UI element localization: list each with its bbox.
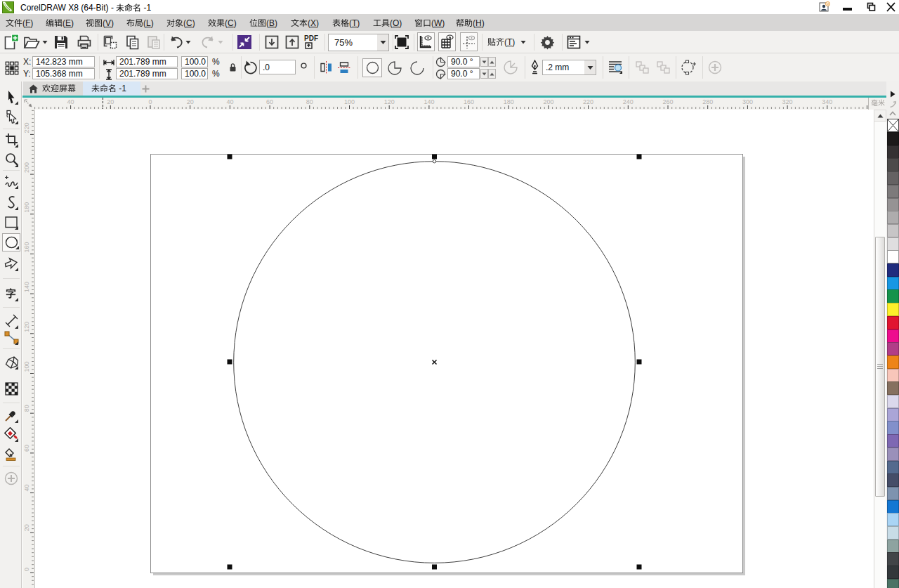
- svg-text:180: 180: [504, 98, 514, 105]
- svg-text:140: 140: [23, 282, 30, 292]
- svg-text:60: 60: [23, 445, 30, 452]
- svg-text:160: 160: [23, 242, 30, 252]
- svg-text:160: 160: [464, 98, 474, 105]
- svg-text:20: 20: [187, 98, 194, 105]
- svg-text:180: 180: [23, 202, 30, 213]
- svg-text:60: 60: [266, 98, 273, 105]
- svg-text:0: 0: [23, 568, 30, 571]
- svg-text:40: 40: [226, 98, 233, 105]
- svg-text:80: 80: [23, 405, 30, 412]
- svg-text:260: 260: [662, 98, 673, 105]
- svg-text:200: 200: [23, 162, 30, 173]
- svg-text:0: 0: [148, 98, 152, 105]
- svg-text:100: 100: [23, 361, 30, 372]
- svg-text:120: 120: [384, 98, 395, 105]
- svg-text:320: 320: [782, 98, 793, 105]
- svg-text:80: 80: [306, 98, 313, 105]
- svg-text:120: 120: [23, 322, 30, 332]
- svg-text:40: 40: [23, 485, 30, 492]
- svg-text:200: 200: [543, 98, 553, 105]
- svg-text:100: 100: [344, 98, 355, 105]
- svg-text:240: 240: [623, 98, 634, 105]
- svg-text:300: 300: [742, 98, 753, 105]
- svg-text:20: 20: [107, 98, 114, 105]
- svg-text:140: 140: [424, 98, 434, 105]
- svg-text:340: 340: [822, 98, 832, 105]
- svg-text:220: 220: [583, 98, 593, 105]
- svg-text:40: 40: [67, 98, 74, 105]
- svg-text:280: 280: [702, 98, 713, 105]
- svg-text:220: 220: [23, 122, 30, 133]
- svg-text:PDF: PDF: [304, 34, 318, 42]
- svg-text:20: 20: [23, 524, 30, 531]
